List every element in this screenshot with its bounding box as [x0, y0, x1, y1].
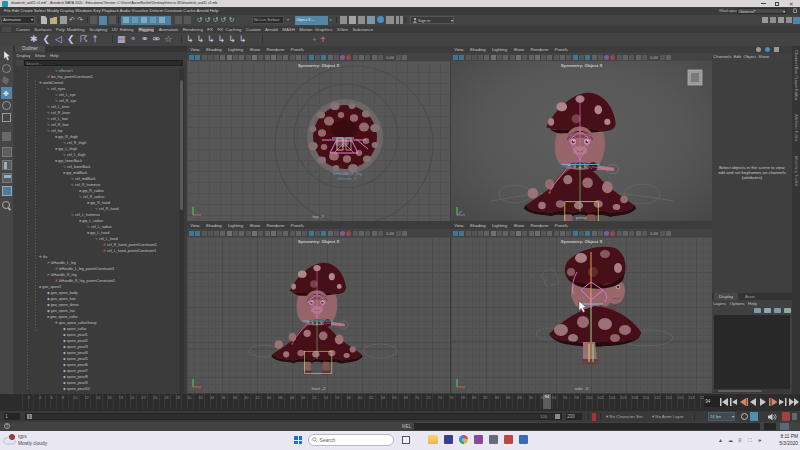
svg-text:ikHandle_L_leg: ikHandle_L_leg: [333, 171, 363, 176]
svg-text:ikHandle_R: ikHandle_R: [337, 177, 357, 181]
